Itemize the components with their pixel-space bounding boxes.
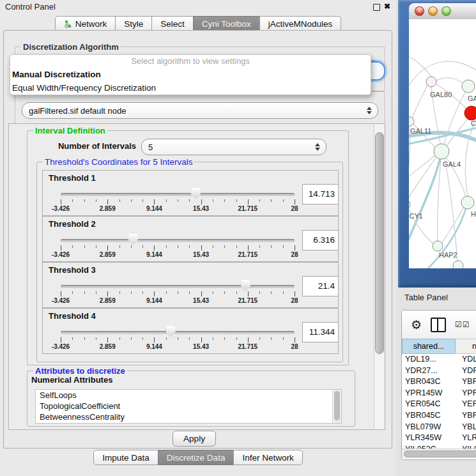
numerical-attributes-list[interactable]: SelfLoopsTopologicalCoefficientBetweenne… [35, 389, 342, 424]
table-horizontal-scrollbar[interactable] [402, 449, 476, 458]
cell-name[interactable]: YBR045C [457, 410, 476, 422]
threshold-value-field[interactable]: 14.713 [302, 184, 339, 204]
cell-name[interactable]: YBR043C [457, 376, 476, 388]
scrollbar-thumb[interactable] [375, 132, 384, 354]
tab-network[interactable]: Network [55, 16, 116, 31]
cell-shared-name[interactable]: YDL19... [402, 354, 457, 365]
cell-name[interactable]: YBL079W [457, 422, 476, 433]
cell-shared-name[interactable]: YBR043C [402, 376, 457, 388]
number-of-intervals-combobox[interactable]: 5 [141, 139, 326, 155]
threshold-value-field[interactable]: 21.4 [302, 276, 339, 296]
tab-impute-data[interactable]: Impute Data [93, 450, 158, 465]
slider-thumb[interactable] [166, 326, 176, 337]
slider-track[interactable] [61, 193, 295, 196]
close-icon[interactable]: ✖ [384, 2, 390, 11]
table-row[interactable]: YBR043CYBR043C [402, 376, 476, 388]
slider-track[interactable] [61, 285, 295, 288]
apply-button[interactable]: Apply [173, 431, 216, 447]
threshold-label: Threshold 3 [49, 265, 96, 275]
network-edge[interactable] [412, 85, 427, 118]
network-edge[interactable] [438, 159, 441, 241]
gear-icon[interactable]: ⚙ [411, 319, 422, 331]
cell-shared-name[interactable]: YIL052C [402, 444, 457, 449]
slider-thumb[interactable] [241, 280, 250, 291]
screenshot-root: Control Panel ✖ Network Style Select Cyn… [0, 0, 476, 476]
table-row[interactable]: YER054CYER054C [402, 399, 476, 410]
table-row[interactable]: YDL19...YDL19... [402, 354, 476, 365]
slider-track[interactable] [61, 239, 295, 242]
attribute-list-item[interactable]: SelfLoops [36, 390, 341, 401]
table-row[interactable]: YLR345WYLR345W [402, 433, 476, 444]
stepper-arrows-icon [314, 143, 320, 151]
network-edge[interactable] [409, 155, 435, 180]
network-node[interactable] [453, 261, 463, 268]
dropdown-option-equal-width-frequency[interactable]: Equal Width/Frequency Discretization [10, 81, 371, 95]
cell-shared-name[interactable]: YLR345W [402, 433, 457, 444]
network-edge-highlighted[interactable] [427, 207, 466, 268]
slider-ticks [61, 337, 295, 343]
cell-name[interactable]: YPR145W [457, 388, 476, 399]
network-node-cy[interactable] [464, 106, 476, 120]
network-node-hap2[interactable] [433, 241, 443, 251]
list-scrollbar[interactable] [332, 390, 341, 423]
threshold-value-field[interactable]: 11.344 [302, 322, 339, 342]
close-traffic-light-icon[interactable] [415, 6, 424, 16]
slider-thumb[interactable] [128, 234, 138, 245]
cell-shared-name[interactable]: YBL079W [402, 422, 457, 433]
network-node-gal80[interactable] [426, 77, 436, 87]
scrollbar-thumb[interactable] [334, 391, 340, 420]
network-edge[interactable] [409, 55, 431, 77]
threshold-value-field[interactable]: 6.316 [302, 230, 339, 250]
cell-shared-name[interactable]: YPR145W [402, 388, 457, 399]
network-window-titlebar[interactable] [409, 3, 476, 20]
slider-thumb[interactable] [191, 188, 201, 199]
network-node-gcy1[interactable] [409, 199, 410, 210]
table-row[interactable]: YPR145WYPR145W [402, 388, 476, 399]
column-header-name[interactable]: na [456, 339, 476, 354]
network-edge[interactable] [409, 156, 437, 201]
table-row[interactable]: YIL052CYIL052C [402, 444, 476, 449]
network-node-gal4[interactable] [434, 144, 449, 159]
network-edge[interactable] [436, 78, 463, 83]
split-columns-icon[interactable] [431, 318, 446, 332]
minimize-traffic-light-icon[interactable] [428, 6, 438, 16]
column-header-shared-name[interactable]: shared... [402, 339, 456, 354]
cell-name[interactable]: YDR27... [457, 365, 476, 377]
scrollbar-thumb[interactable] [404, 450, 476, 457]
tab-discretize-data[interactable]: Discretize Data [158, 450, 234, 465]
settings-scrollbar[interactable] [374, 125, 384, 429]
cell-name[interactable]: YER054C [457, 399, 476, 410]
network-icon [64, 20, 72, 28]
network-edge-highlighted[interactable] [409, 156, 441, 250]
table-row[interactable]: YDR27...YDR27... [402, 365, 476, 377]
attribute-list-item[interactable]: BetweennessCentrality [36, 411, 341, 422]
network-canvas[interactable]: GAL80GALCYGAL11GAL4GCY1HAHAP2 [409, 19, 476, 268]
interval-definition-group: Interval Definition Number of Intervals … [27, 130, 349, 365]
dropdown-option-manual-discretization[interactable]: Manual Discretization [10, 68, 371, 81]
cell-name[interactable]: YIL052C [457, 444, 476, 449]
cell-shared-name[interactable]: YBR045C [402, 410, 457, 422]
attribute-list-item[interactable]: TopologicalCoefficient [36, 401, 341, 411]
table-row[interactable]: YBR045CYBR045C [402, 410, 476, 422]
float-window-icon[interactable] [373, 4, 380, 11]
cell-shared-name[interactable]: YER054C [402, 399, 457, 410]
cell-name[interactable]: YDL19... [457, 354, 476, 365]
checkbox-icons[interactable]: ☑☑ [455, 320, 470, 329]
tab-cyni-toolbox[interactable]: Cyni Toolbox [193, 16, 260, 31]
tab-select[interactable]: Select [151, 16, 194, 31]
slider-scale-labels: -3.4262.8599.14415.4321.71528 [61, 251, 295, 259]
table-data-combobox[interactable]: galFiltered.sif default node [22, 102, 378, 119]
tab-jactivemnodules[interactable]: jActiveMNodules [259, 16, 342, 31]
slider-track[interactable] [61, 331, 295, 334]
network-node-gal11[interactable] [409, 117, 414, 126]
slider-ticks [61, 291, 295, 297]
tab-infer-network[interactable]: Infer Network [233, 450, 302, 465]
tab-style[interactable]: Style [115, 16, 152, 31]
cell-name[interactable]: YLR345W [457, 433, 476, 444]
network-node-ha[interactable] [461, 196, 474, 209]
table-row[interactable]: YBL079WYBL079W [402, 422, 476, 433]
cell-shared-name[interactable]: YDR27... [402, 365, 457, 377]
network-node-gal[interactable] [462, 80, 475, 93]
zoom-traffic-light-icon[interactable] [441, 6, 451, 16]
slider-scale-labels: -3.4262.8599.14415.4321.71528 [61, 205, 295, 213]
